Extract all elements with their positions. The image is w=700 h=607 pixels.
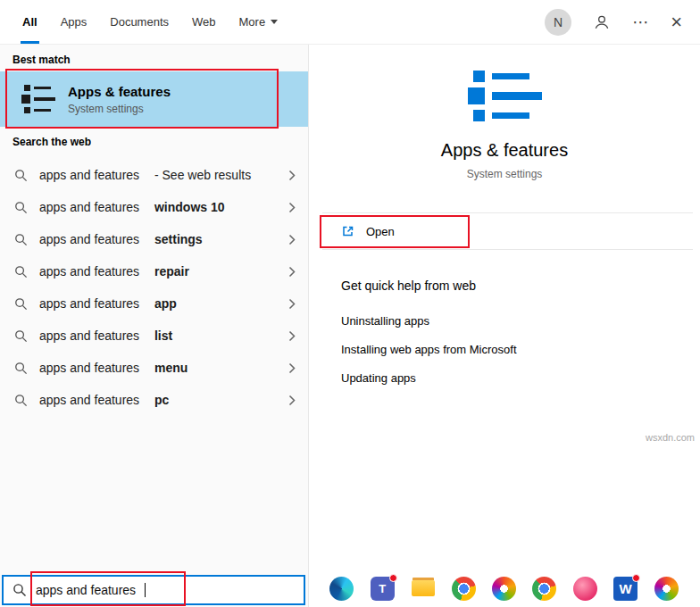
search-filter-tabs: All Apps Documents Web More	[0, 0, 289, 44]
search-suggestion[interactable]: apps and features windows 10	[0, 191, 308, 223]
help-links: Uninstalling appsInstalling web apps fro…	[341, 314, 700, 386]
search-suggestion[interactable]: apps and features list	[0, 320, 308, 352]
chevron-right-icon[interactable]	[288, 170, 296, 181]
close-icon[interactable]: ×	[671, 13, 682, 31]
search-suggestion[interactable]: apps and features app	[0, 287, 308, 320]
open-label: Open	[366, 225, 395, 238]
chrome-icon[interactable]	[532, 577, 556, 601]
edge-icon[interactable]	[329, 577, 354, 601]
search-suggestions-list: apps and features - See web results apps…	[0, 159, 308, 416]
colorful-app-icon[interactable]	[654, 577, 679, 601]
file-explorer-icon[interactable]	[411, 577, 435, 601]
search-query-text: apps and features	[36, 583, 136, 597]
search-suggestion[interactable]: apps and features settings	[0, 223, 308, 255]
search-icon	[14, 297, 28, 311]
tab-more[interactable]: More	[228, 0, 290, 44]
search-header: All Apps Documents Web More N ⋯ ×	[0, 0, 700, 45]
search-suggestion[interactable]: apps and features - See web results	[0, 159, 308, 191]
search-icon	[14, 329, 28, 343]
chevron-right-icon[interactable]	[288, 362, 296, 374]
preview-panel: Apps & features System settings Open Get…	[308, 45, 700, 607]
search-icon	[14, 169, 28, 182]
tab-all[interactable]: All	[11, 0, 49, 44]
tab-web[interactable]: Web	[180, 0, 228, 44]
taskbar: T W	[308, 570, 700, 607]
text-cursor	[145, 583, 146, 597]
search-icon	[14, 265, 28, 279]
tab-apps[interactable]: Apps	[49, 0, 99, 44]
notification-badge	[389, 574, 397, 582]
chevron-right-icon[interactable]	[288, 330, 296, 342]
best-match-subtitle: System settings	[68, 103, 171, 115]
apps-features-icon-large	[468, 68, 542, 124]
chevron-right-icon[interactable]	[288, 298, 296, 310]
avatar[interactable]: N	[545, 9, 571, 36]
header-actions: N ⋯ ×	[545, 0, 700, 44]
search-input[interactable]: apps and features	[2, 575, 305, 605]
open-action[interactable]: Open	[309, 213, 700, 249]
chrome-icon[interactable]	[452, 577, 476, 601]
app-hero: Apps & features System settings	[309, 45, 700, 180]
best-match-result[interactable]: Apps & features System settings	[0, 71, 308, 127]
chevron-right-icon[interactable]	[288, 395, 296, 406]
pink-app-icon[interactable]	[573, 577, 597, 601]
search-icon	[14, 362, 28, 375]
teams-icon[interactable]: T	[371, 577, 395, 601]
account-icon[interactable]	[593, 13, 611, 31]
best-match-title: Apps & features	[68, 84, 171, 99]
search-results-panel: Best match Apps & features System settin…	[0, 45, 308, 607]
search-suggestion[interactable]: apps and features repair	[0, 255, 308, 287]
notification-badge	[632, 574, 640, 582]
help-link[interactable]: Installing web apps from Microsoft	[341, 343, 700, 357]
best-match-text: Apps & features System settings	[68, 84, 171, 115]
help-link[interactable]: Updating apps	[341, 371, 700, 386]
search-suggestion[interactable]: apps and features pc	[0, 384, 308, 416]
app-title: Apps & features	[309, 140, 700, 161]
more-options-icon[interactable]: ⋯	[632, 12, 649, 32]
watermark: wsxdn.com	[646, 432, 695, 443]
tab-documents[interactable]: Documents	[98, 0, 180, 44]
apps-features-icon	[21, 83, 55, 115]
search-icon	[14, 233, 28, 246]
chevron-right-icon[interactable]	[288, 202, 296, 213]
colorful-app-icon[interactable]	[492, 577, 516, 601]
search-web-header: Search the web	[0, 127, 308, 154]
app-subtitle: System settings	[309, 168, 700, 180]
best-match-header: Best match	[0, 45, 308, 71]
search-suggestion[interactable]: apps and features menu	[0, 352, 308, 384]
help-section: Get quick help from web Uninstalling app…	[309, 250, 700, 386]
search-icon	[12, 583, 27, 597]
help-header: Get quick help from web	[341, 250, 700, 293]
search-icon	[14, 201, 28, 214]
chevron-down-icon	[271, 20, 278, 24]
chevron-right-icon[interactable]	[288, 234, 296, 245]
chevron-right-icon[interactable]	[288, 266, 296, 278]
open-external-icon	[341, 224, 355, 238]
search-icon	[14, 394, 28, 407]
help-link[interactable]: Uninstalling apps	[341, 314, 700, 328]
word-icon[interactable]: W	[613, 577, 638, 601]
